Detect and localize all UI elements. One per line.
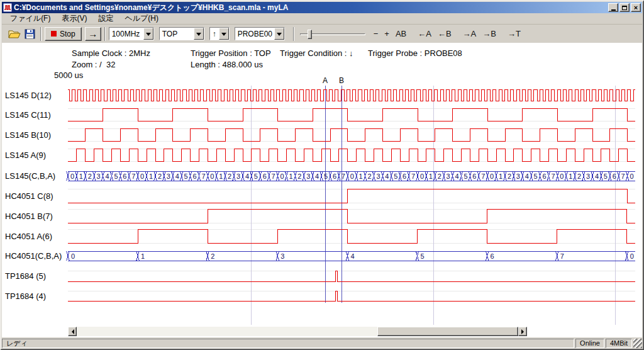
status-memory: 4MBit: [606, 339, 632, 348]
maximize-icon: [622, 6, 627, 10]
zoom-in-button[interactable]: +: [381, 27, 392, 40]
slider-thumb[interactable]: [308, 30, 312, 39]
floppy-disk-icon: [25, 29, 35, 39]
chevron-down-icon[interactable]: [219, 28, 229, 40]
toolbar-separator: [293, 27, 294, 41]
arrow-left-icon: [69, 329, 74, 334]
horizontal-scrollbar[interactable]: [68, 327, 527, 336]
trigger-probe-select[interactable]: PROBE00: [235, 27, 285, 40]
set-marker-b-button[interactable]: →B: [479, 27, 499, 40]
app-icon: [3, 3, 12, 12]
chevron-down-icon[interactable]: [274, 28, 284, 40]
toolbar: Stop → 100MHz TOP ↑ PROBE00 − + AB ←A ←B: [2, 24, 642, 43]
close-icon: ×: [634, 4, 638, 11]
menu-help[interactable]: ヘルプ(H): [119, 13, 164, 25]
resize-grip[interactable]: [633, 339, 642, 348]
window-controls: ×: [608, 3, 641, 12]
maximize-button[interactable]: [619, 3, 630, 12]
window-title: C:¥Documents and Settings¥noname¥デスクトップ¥…: [14, 2, 606, 13]
minimize-button[interactable]: [608, 3, 618, 12]
sample-clock-value: 100MHz: [109, 28, 143, 40]
sample-clock-text: Sample Clock : 2MHz: [72, 48, 150, 58]
trigger-edge-value: ↑: [210, 28, 219, 40]
set-marker-a-button[interactable]: →A: [460, 27, 480, 40]
save-button[interactable]: [22, 26, 37, 42]
length-text: Length : 488.000 us: [191, 60, 263, 69]
stop-label: Stop: [60, 30, 75, 38]
scroll-left-button[interactable]: [68, 327, 77, 336]
goto-trigger-button[interactable]: →T: [504, 27, 524, 40]
app-window: C:¥Documents and Settings¥noname¥デスクトップ¥…: [0, 0, 644, 350]
trigger-position-select[interactable]: TOP: [159, 27, 204, 40]
time-division-text: 5000 us: [54, 71, 83, 80]
goto-marker-b-button[interactable]: ←B: [435, 27, 455, 40]
trigger-edge-select[interactable]: ↑: [209, 27, 230, 40]
close-button[interactable]: ×: [631, 3, 641, 12]
chevron-down-icon[interactable]: [194, 28, 204, 40]
trigger-probe-value: PROBE00: [235, 28, 274, 40]
scroll-right-button[interactable]: [518, 327, 527, 336]
stop-icon: [51, 31, 57, 37]
trigger-position-text: Trigger Position : TOP: [191, 48, 271, 58]
trigger-position-value: TOP: [160, 28, 194, 40]
title-bar: C:¥Documents and Settings¥noname¥デスクトップ¥…: [2, 2, 642, 13]
minimize-icon: [611, 9, 616, 11]
menu-view[interactable]: 表示(V): [56, 13, 92, 25]
arrow-right-icon: [521, 329, 526, 334]
status-online: Online: [575, 339, 604, 348]
zoom-text: Zoom : / 32: [72, 60, 115, 69]
trigger-probe-text: Trigger Probe : PROBE08: [368, 48, 462, 58]
zoom-out-button[interactable]: −: [370, 27, 382, 40]
status-bar: レディ Online 4MBit: [2, 337, 642, 348]
open-folder-icon: [8, 29, 21, 39]
menu-file[interactable]: ファイル(F): [4, 13, 56, 25]
stop-button[interactable]: Stop: [45, 27, 82, 41]
waveform-client-area: [2, 43, 642, 337]
goto-marker-a-button[interactable]: ←A: [414, 27, 435, 40]
menu-bar: ファイル(F) 表示(V) 設定 ヘルプ(H): [2, 13, 642, 24]
trigger-condition-text: Trigger Condition : ↓: [280, 48, 353, 58]
sample-clock-select[interactable]: 100MHz: [109, 27, 154, 40]
toolbar-separator: [104, 27, 106, 41]
ab-button[interactable]: AB: [392, 27, 409, 40]
run-button[interactable]: →: [85, 27, 101, 41]
zoom-slider[interactable]: [300, 28, 365, 40]
open-button[interactable]: [7, 26, 22, 42]
chevron-down-icon[interactable]: [143, 28, 153, 40]
status-ready: レディ: [2, 339, 574, 348]
toolbar-separator: [40, 27, 42, 41]
scrollbar-thumb[interactable]: [377, 327, 518, 336]
menu-settings[interactable]: 設定: [92, 13, 119, 25]
